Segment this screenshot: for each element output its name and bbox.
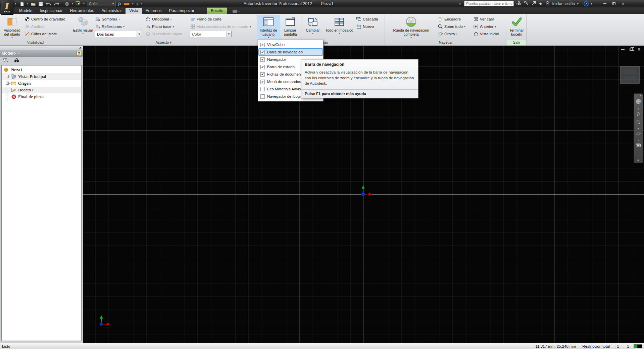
new-file-icon[interactable] — [19, 1, 24, 6]
checkbox-icon[interactable]: ✔ — [260, 43, 265, 47]
browser-close-icon[interactable]: x — [79, 46, 81, 50]
shadows-button[interactable]: Sombras ▾ — [95, 16, 143, 22]
combo-caret-icon[interactable]: ▼ — [137, 31, 142, 37]
search-input[interactable] — [464, 1, 514, 6]
parameters-fx-icon[interactable]: fx — [118, 1, 121, 6]
signin-caret-icon[interactable]: ▾ — [577, 2, 579, 5]
add-tool-icon[interactable]: + — [136, 1, 139, 7]
measure-icon[interactable] — [123, 2, 130, 6]
signin-label[interactable]: Iniciar sesión — [552, 2, 575, 6]
navbar-wheel-icon[interactable] — [635, 98, 642, 106]
measure-caret-icon[interactable]: ▾ — [132, 2, 133, 5]
restore-button[interactable] — [611, 1, 617, 6]
checkbox-icon[interactable]: ✔ — [260, 57, 265, 62]
slice-plane-button[interactable]: Plano de corte — [190, 16, 254, 22]
color-style-combo[interactable]: Color ▼ — [190, 31, 232, 37]
browser-grip-row[interactable]: x — [0, 46, 83, 50]
tree-item-end-of-part[interactable]: Final de pieza — [2, 93, 81, 100]
browser-header[interactable]: Modelo ▼ ? — [0, 50, 83, 57]
checkbox-icon[interactable]: ✔ — [260, 72, 265, 77]
communication-center-icon[interactable] — [531, 1, 536, 7]
analysis-button[interactable]: Análisis — [24, 24, 69, 30]
viewcube[interactable]: FRONTAL — [620, 66, 640, 84]
expand-icon[interactable]: + — [6, 75, 9, 78]
tab-herramientas[interactable]: Herramientas — [66, 8, 98, 14]
center-of-gravity-button[interactable]: Centro de gravedad — [24, 16, 69, 22]
tab-para-empezar[interactable]: Para empezar — [165, 8, 198, 14]
favorites-star-icon[interactable]: ★ — [539, 1, 543, 6]
add-tool-caret-icon[interactable]: ▾ — [141, 2, 142, 5]
color-override-combo[interactable]: Color ▼ — [87, 1, 116, 6]
print-icon[interactable] — [64, 1, 69, 6]
tree-item-view[interactable]: + Vista: Principal — [2, 73, 81, 80]
save-icon[interactable] — [38, 1, 43, 6]
visual-style-button[interactable]: Estilo visual ▾ — [72, 15, 94, 40]
tab-modelo[interactable]: Modelo — [15, 8, 36, 14]
print-caret-icon[interactable]: ▾ — [72, 2, 73, 5]
navbar-zoom-icon[interactable] — [636, 120, 641, 126]
lighting-style-combo[interactable]: Dos luces ▼ — [95, 31, 142, 37]
navbar-options-icon[interactable]: ≡ — [637, 159, 639, 162]
object-visibility-button[interactable]: Visibilidad del objeto ▾ — [1, 15, 23, 40]
reflections-button[interactable]: Reflexiones ▾ — [95, 24, 143, 30]
app-logo[interactable]: I PRO — [1, 0, 13, 15]
tab-administrar[interactable]: Administrar — [98, 8, 126, 14]
checkbox-icon[interactable]: ✔ — [260, 80, 265, 84]
caret-down-icon[interactable]: ▼ — [637, 127, 640, 130]
switch-windows-button[interactable]: Cambiar ▾ — [302, 15, 324, 40]
previous-view-button[interactable]: Anterior ▾ — [473, 24, 505, 30]
pan-button[interactable]: Encuadre — [438, 16, 471, 22]
help-caret-icon[interactable]: ▾ — [591, 2, 592, 5]
expand-icon[interactable]: + — [6, 82, 9, 85]
combo-caret-icon[interactable]: ▼ — [226, 31, 231, 37]
select-tool-caret-icon[interactable]: ▾ — [83, 2, 85, 5]
quarter-section-button[interactable]: Vista seccionada de un cuarto ▾ — [190, 24, 254, 30]
tab-inspeccionar[interactable]: Inspeccionar — [36, 8, 66, 14]
find-binoculars-icon[interactable] — [14, 58, 19, 64]
tab-vista[interactable]: Vista — [126, 8, 142, 14]
group-label-aspecto[interactable]: Aspecto ▾ — [71, 40, 256, 45]
checkbox-icon[interactable]: ✔ — [260, 50, 265, 54]
tab-entornos[interactable]: Entornos — [142, 8, 165, 14]
search-binoculars-icon[interactable] — [516, 1, 522, 7]
home-view-button[interactable]: Vista inicial — [473, 31, 505, 37]
checkbox-icon[interactable] — [260, 94, 265, 99]
tree-item-origin[interactable]: + Origen — [2, 80, 81, 87]
doc-minimize-button[interactable] — [620, 47, 626, 52]
select-tool-icon[interactable] — [76, 1, 81, 6]
subscription-key-icon[interactable] — [524, 1, 529, 7]
zoom-all-button[interactable]: Zoom todo ▾ — [438, 24, 471, 30]
browser-header-caret-icon[interactable]: ▼ — [17, 52, 20, 55]
menu-item-viewcube[interactable]: ✔ ViewCube — [258, 41, 323, 48]
undo-icon[interactable] — [46, 1, 51, 6]
open-icon[interactable] — [31, 1, 36, 6]
navbar-look-at-icon[interactable] — [636, 143, 641, 149]
orthographic-button[interactable]: Ortogonal ▾ — [145, 16, 186, 22]
caret-down-icon[interactable]: ▼ — [637, 107, 640, 111]
caret-down-icon[interactable]: ▼ — [637, 139, 640, 142]
filter-icon[interactable] — [2, 58, 8, 64]
logo-caret-icon[interactable]: ▾ — [15, 2, 16, 5]
ribbon-display-options[interactable]: ▾ — [233, 10, 240, 14]
imate-glyphs-button[interactable]: Glifos de iMate — [24, 31, 69, 37]
navigation-wheel-button[interactable]: Rueda de navegación completa ▾ — [386, 15, 437, 40]
group-label-visibilidad[interactable]: Visibilidad — [0, 40, 71, 45]
tab-boceto[interactable]: Boceto — [207, 7, 227, 14]
combo-caret-icon[interactable]: ▼ — [111, 2, 115, 5]
browser-help-icon[interactable]: ? — [77, 51, 81, 56]
tile-all-button[interactable]: Todo en mosaico ▾ — [324, 15, 355, 40]
navbar-pan-icon[interactable] — [636, 112, 641, 118]
minimize-button[interactable] — [602, 1, 608, 6]
search-expand-icon[interactable]: ► — [459, 2, 462, 5]
signin-person-icon[interactable] — [545, 1, 550, 7]
checkbox-icon[interactable]: ✔ — [260, 65, 265, 69]
look-at-button[interactable]: Ver cara — [473, 16, 505, 22]
new-file-caret-icon[interactable]: ▾ — [27, 2, 28, 5]
doc-close-button[interactable]: × — [636, 47, 642, 52]
checkbox-icon[interactable] — [260, 87, 265, 91]
drag-grip-icon[interactable] — [27, 47, 47, 48]
navbar-orbit-icon[interactable] — [636, 131, 641, 138]
tree-item-sketch[interactable]: Boceto1 — [2, 87, 81, 93]
doc-restore-button[interactable] — [628, 47, 634, 52]
navbar-close-icon[interactable]: ✕ — [639, 94, 642, 97]
